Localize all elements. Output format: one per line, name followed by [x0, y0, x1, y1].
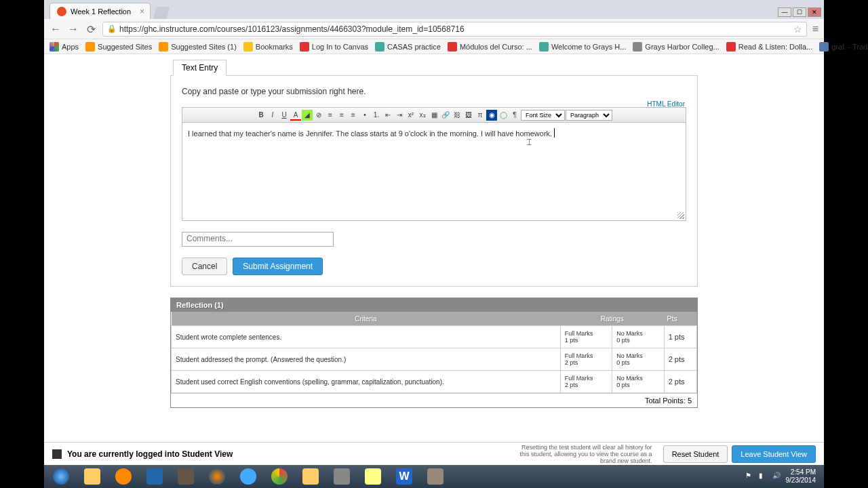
rating-cell[interactable]: Full Marks2 pts: [560, 348, 612, 371]
bookmark-icon: [539, 42, 549, 52]
criteria-cell: Student addressed the prompt. (Answered …: [172, 348, 561, 371]
text-cursor: [554, 128, 555, 138]
bookmark-item[interactable]: gral. - Traducción al...: [819, 42, 868, 52]
bookmark-item[interactable]: Grays Harbor Colleg...: [633, 42, 719, 52]
chrome-taskbar-icon[interactable]: [265, 467, 294, 486]
cancel-button[interactable]: Cancel: [182, 258, 227, 275]
text-color-button[interactable]: A: [290, 110, 301, 121]
ltr-button[interactable]: ¶: [509, 110, 520, 121]
rating-cell[interactable]: Full Marks1 pts: [560, 326, 612, 348]
align-center-button[interactable]: ≡: [336, 110, 347, 121]
bookmark-item[interactable]: CASAS practice: [375, 42, 441, 52]
tray-flag-icon[interactable]: ⚑: [745, 472, 755, 481]
minimize-button[interactable]: —: [778, 7, 791, 17]
firefox-taskbar-icon[interactable]: [203, 467, 231, 486]
bg-color-button[interactable]: ◢: [302, 110, 313, 121]
bookmark-star-icon[interactable]: ☆: [793, 24, 802, 35]
table-button[interactable]: ▦: [429, 110, 439, 121]
media-player-taskbar-icon[interactable]: [109, 467, 138, 486]
editor-toolbar: B I U A ◢ ⊘ ≡ ≡ ≡ • 1. ⇤ ⇥ x² x₂: [182, 108, 686, 123]
rubric-row: Student addressed the prompt. (Answered …: [172, 348, 697, 371]
criteria-cell: Student used correct English conventions…: [172, 371, 561, 393]
url-text: https://ghc.instructure.com/courses/1016…: [119, 24, 465, 34]
snipping-taskbar-icon[interactable]: [328, 467, 356, 486]
embed-button[interactable]: ◯: [498, 110, 509, 121]
number-list-button[interactable]: 1.: [371, 110, 382, 121]
start-button[interactable]: [47, 467, 75, 486]
bookmark-item[interactable]: Módulos del Curso: ...: [448, 42, 532, 52]
bookmark-item[interactable]: Log In to Canvas: [300, 42, 368, 52]
explorer-taskbar-icon[interactable]: [78, 467, 106, 486]
comments-input[interactable]: [182, 232, 334, 247]
word-taskbar-icon[interactable]: W: [390, 467, 418, 486]
rating-cell[interactable]: No Marks0 pts: [612, 348, 664, 371]
rating-cell[interactable]: No Marks0 pts: [612, 326, 664, 348]
bookmark-item[interactable]: Suggested Sites: [85, 42, 152, 52]
bold-button[interactable]: B: [256, 110, 267, 121]
bookmark-icon: [159, 42, 168, 52]
close-tab-icon[interactable]: ×: [140, 7, 144, 16]
app-taskbar-icon[interactable]: [172, 467, 200, 486]
app-taskbar-icon[interactable]: [421, 467, 450, 486]
rating-cell[interactable]: Full Marks2 pts: [560, 371, 612, 393]
pts-header: Pts: [664, 312, 696, 326]
superscript-button[interactable]: x²: [406, 110, 416, 121]
back-button[interactable]: ←: [50, 23, 62, 35]
url-input[interactable]: 🔒 https://ghc.instructure.com/courses/10…: [102, 22, 807, 37]
rubric-row: Student wrote complete sentences. Full M…: [172, 326, 697, 348]
outdent-button[interactable]: ⇤: [382, 110, 393, 121]
equation-button[interactable]: π: [475, 110, 486, 121]
outlook-taskbar-icon[interactable]: [296, 467, 325, 486]
apps-button[interactable]: Apps: [50, 42, 79, 52]
app-taskbar-icon[interactable]: [140, 467, 169, 486]
browser-tab[interactable]: Week 1 Reflection ×: [50, 3, 151, 19]
align-right-button[interactable]: ≡: [348, 110, 359, 121]
unlink-button[interactable]: ⛓: [452, 110, 462, 121]
taskbar-clock[interactable]: 2:54 PM 9/23/2014: [786, 468, 816, 485]
tray-network-icon[interactable]: ▮: [759, 472, 768, 481]
system-tray: ⚑ ▮ 🔊 2:54 PM 9/23/2014: [745, 468, 822, 485]
image-button[interactable]: 🖼: [463, 110, 474, 121]
canvas-favicon: [57, 7, 66, 16]
tray-volume-icon[interactable]: 🔊: [772, 472, 782, 481]
bookmark-item[interactable]: Suggested Sites (1): [159, 42, 237, 52]
submit-assignment-button[interactable]: Submit Assignment: [233, 258, 323, 275]
resize-handle[interactable]: [677, 212, 684, 219]
bookmark-item[interactable]: Welcome to Grays H...: [539, 42, 626, 52]
forward-button[interactable]: →: [67, 23, 79, 35]
chrome-menu-button[interactable]: ≡: [812, 23, 818, 35]
bookmark-icon: [819, 42, 829, 52]
italic-button[interactable]: I: [267, 110, 278, 121]
indent-button[interactable]: ⇥: [394, 110, 405, 121]
lock-icon: 🔒: [107, 24, 117, 33]
reset-student-button[interactable]: Reset Student: [663, 445, 728, 463]
leave-student-view-button[interactable]: Leave Student View: [732, 445, 816, 463]
bookmark-item[interactable]: Read & Listen: Dolla...: [726, 42, 812, 52]
record-button[interactable]: ◉: [486, 110, 497, 121]
student-view-message: You are currently logged into Student Vi…: [67, 449, 517, 459]
paragraph-select[interactable]: Paragraph: [566, 110, 612, 121]
close-window-button[interactable]: ✕: [808, 7, 821, 17]
underline-button[interactable]: U: [279, 110, 290, 121]
link-button[interactable]: 🔗: [440, 110, 451, 121]
bookmark-icon: [633, 42, 642, 52]
html-editor-link[interactable]: HTML Editor: [647, 100, 685, 108]
rating-cell[interactable]: No Marks0 pts: [612, 371, 664, 393]
subscript-button[interactable]: x₂: [417, 110, 428, 121]
maximize-button[interactable]: ☐: [793, 7, 806, 17]
reload-button[interactable]: ⟳: [85, 23, 97, 35]
clear-format-button[interactable]: ⊘: [313, 110, 324, 121]
new-tab-button[interactable]: [153, 7, 170, 19]
tab-title: Week 1 Reflection: [71, 7, 131, 16]
ie-taskbar-icon[interactable]: [234, 467, 262, 486]
text-entry-tab[interactable]: Text Entry: [173, 60, 226, 76]
font-size-select[interactable]: Font Size: [521, 110, 565, 121]
bookmark-item[interactable]: Bookmarks: [243, 42, 293, 52]
notes-taskbar-icon[interactable]: [359, 467, 387, 486]
bullet-list-button[interactable]: •: [359, 110, 370, 121]
rich-text-editor: B I U A ◢ ⊘ ≡ ≡ ≡ • 1. ⇤ ⇥ x² x₂: [182, 107, 686, 221]
pts-cell: 1 pts: [664, 326, 696, 348]
editor-textarea[interactable]: I learned that my teacher's name is Jenn…: [182, 123, 686, 220]
align-left-button[interactable]: ≡: [325, 110, 336, 121]
bookmark-icon: [85, 42, 95, 52]
